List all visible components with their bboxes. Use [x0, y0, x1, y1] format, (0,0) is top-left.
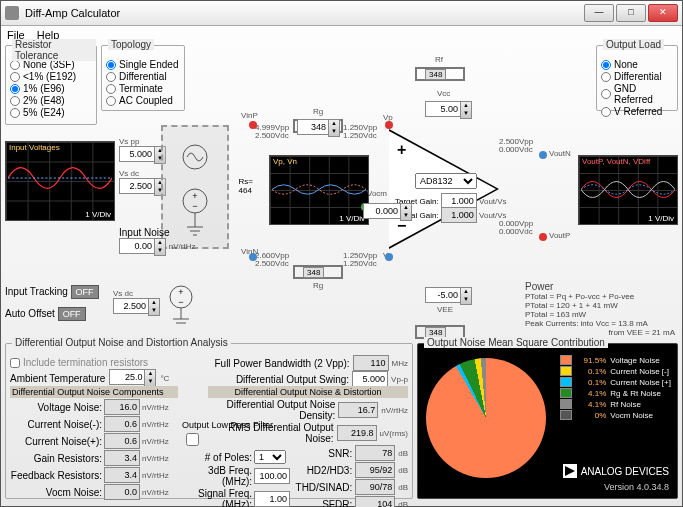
tracking-label: Input Tracking — [5, 286, 68, 297]
vspp-value[interactable]: 5.000 — [119, 146, 154, 162]
pie-title: Output Noise Mean Square Contribution — [424, 337, 608, 348]
power-l2: PTotal = 120 + 1 + 41 mW — [525, 301, 675, 310]
rf-label: Rf — [435, 55, 443, 64]
tracking-toggle[interactable]: OFF — [71, 285, 99, 299]
tol-opt-radio-3[interactable] — [10, 96, 20, 106]
load-opt-radio-1[interactable] — [601, 72, 611, 82]
load-opt-0[interactable]: None — [601, 59, 673, 70]
vee-spinner[interactable]: -5.00▲▼ — [425, 287, 472, 305]
power-panel: Power PTotal = Pq + Po-vcc + Po-vee PTot… — [525, 281, 675, 337]
noise-row-1: Current Noise(-):0.6nV/rtHz — [10, 416, 178, 432]
brand-row: ANALOG DEVICES — [563, 464, 669, 478]
group-resistor-tolerance: Resistor Tolerance None (3SF)<1% (E192)1… — [5, 45, 97, 125]
topo-opt-3[interactable]: AC Coupled — [106, 95, 180, 106]
topo-opt-0[interactable]: Single Ended — [106, 59, 180, 70]
version-text: Version 4.0.34.8 — [604, 482, 669, 492]
vsdc-spinner[interactable]: 2.500▲▼ — [119, 178, 166, 196]
vsdc-value[interactable]: 2.500 — [119, 178, 154, 194]
lpf-checkbox[interactable] — [186, 433, 199, 446]
rg-top-value[interactable]: 348 — [297, 119, 328, 135]
tol-opt-4[interactable]: 5% (E24) — [10, 107, 92, 118]
ambient-value[interactable]: 25.0 — [109, 369, 144, 385]
svg-text:+: + — [192, 191, 197, 201]
adi-logo-icon — [563, 464, 577, 478]
ambient-spinner[interactable]: 25.0▲▼ — [109, 369, 156, 387]
vee-value[interactable]: -5.00 — [425, 287, 460, 303]
noise-label: Input Noise — [119, 227, 170, 238]
pie-chart — [426, 358, 546, 478]
load-opt-radio-0[interactable] — [601, 60, 611, 70]
vcc-spinner[interactable]: 5.00▲▼ — [425, 101, 472, 119]
vocm-spin[interactable]: ▲▼ — [400, 203, 412, 221]
offset-vsdc-spin[interactable]: ▲▼ — [148, 298, 160, 316]
scope-out[interactable]: VoutP, VoutN, VDiff 1 V/Div — [578, 155, 678, 225]
dist-row-4: THD/SINAD:90/78dB — [208, 479, 408, 495]
fp-label: Full Power Bandwidth (2 Vpp): — [200, 358, 350, 369]
tol-opt-2[interactable]: 1% (E96) — [10, 83, 92, 94]
group-title-tol: Resistor Tolerance — [12, 39, 96, 61]
offset-vsdc-value[interactable]: 2.500 — [113, 298, 148, 314]
load-opt-radio-2[interactable] — [601, 89, 611, 99]
vspp-label: Vs pp — [119, 137, 139, 146]
circuit-area: Rf 348 Vcc 5.00▲▼ Rg 348▲▼ VinP VinN Vp … — [235, 55, 565, 335]
topo-opt-radio-2[interactable] — [106, 84, 116, 94]
distortion-block: Differential Output Noise & Distortion D… — [208, 386, 408, 507]
group-pie: Output Noise Mean Square Contribution 91… — [417, 343, 678, 499]
noise-value[interactable]: 0.00 — [119, 238, 154, 254]
tol-opt-radio-2[interactable] — [10, 84, 20, 94]
noise-components: Differential Output Noise Components Vol… — [10, 386, 178, 501]
load-opt-3[interactable]: V Referred — [601, 106, 673, 117]
swing-value[interactable]: 5.000 — [352, 371, 388, 387]
topo-opt-2[interactable]: Terminate — [106, 83, 180, 94]
group-title-topo: Topology — [108, 39, 154, 50]
vee-spin[interactable]: ▲▼ — [460, 287, 472, 305]
vocm-spinner[interactable]: 0.000▲▼ — [363, 203, 412, 221]
offset-vsdc-block: Vs dc 2.500▲▼ — [113, 287, 160, 316]
group-topology: Topology Single EndedDifferentialTermina… — [101, 45, 185, 111]
vs-pp-block: Vs pp 5.000▲▼ — [119, 135, 166, 164]
load-opt-2[interactable]: GND Referred — [601, 83, 673, 105]
tol-opt-radio-1[interactable] — [10, 72, 20, 82]
maximize-button[interactable]: □ — [616, 4, 646, 22]
scope-input[interactable]: Input Voltages 1 V/Div — [5, 141, 115, 221]
noise-spin[interactable]: ▲▼ — [154, 238, 166, 256]
offset-toggle[interactable]: OFF — [58, 307, 86, 321]
scope-out-footer: 1 V/Div — [648, 214, 674, 223]
load-opt-radio-3[interactable] — [601, 107, 611, 117]
fp-unit: MHz — [392, 359, 408, 368]
vcc-spin[interactable]: ▲▼ — [460, 101, 472, 119]
tol-opt-radio-4[interactable] — [10, 108, 20, 118]
ambient-spin[interactable]: ▲▼ — [144, 369, 156, 387]
close-button[interactable]: ✕ — [648, 4, 678, 22]
wave-input — [8, 152, 112, 204]
node-vn — [385, 253, 393, 261]
topo-opt-radio-0[interactable] — [106, 60, 116, 70]
vcc-value[interactable]: 5.00 — [425, 101, 460, 117]
topo-opt-1[interactable]: Differential — [106, 71, 180, 82]
rg-top-spin[interactable]: ▲▼ — [328, 119, 340, 137]
term-checkbox[interactable] — [10, 358, 20, 368]
node-vinn — [249, 253, 257, 261]
load-opt-1[interactable]: Differential — [601, 71, 673, 82]
rg-top-spinner[interactable]: 348▲▼ — [297, 119, 340, 137]
titlebar[interactable]: Diff-Amp Calculator — □ ✕ — [1, 1, 682, 26]
dist-row-1: RMS Differential Output Noise:219.8uV(rm… — [208, 422, 408, 444]
part-select[interactable]: AD8132 — [415, 173, 477, 189]
vspp-spinner[interactable]: 5.000▲▼ — [119, 146, 166, 164]
offset-row: Auto Offset OFF — [5, 307, 86, 321]
tol-opt-3[interactable]: 2% (E48) — [10, 95, 92, 106]
topo-opt-radio-1[interactable] — [106, 72, 116, 82]
rg-label-bot: Rg — [313, 281, 323, 290]
topo-opt-radio-3[interactable] — [106, 96, 116, 106]
minimize-button[interactable]: — — [584, 4, 614, 22]
noise-spinner[interactable]: 0.00▲▼ — [119, 238, 166, 256]
tgain-unit: Vout/Vs — [479, 197, 507, 206]
offset-vsdc-spinner[interactable]: 2.500▲▼ — [113, 298, 160, 316]
tol-opt-1[interactable]: <1% (E192) — [10, 71, 92, 82]
tol-opt-radio-0[interactable] — [10, 60, 20, 70]
node-voutp — [539, 233, 547, 241]
vocm-value[interactable]: 0.000 — [363, 203, 400, 219]
app-icon — [5, 6, 19, 20]
power-title: Power — [525, 281, 675, 292]
vs-dc-block: Vs dc 2.500▲▼ — [119, 167, 166, 196]
